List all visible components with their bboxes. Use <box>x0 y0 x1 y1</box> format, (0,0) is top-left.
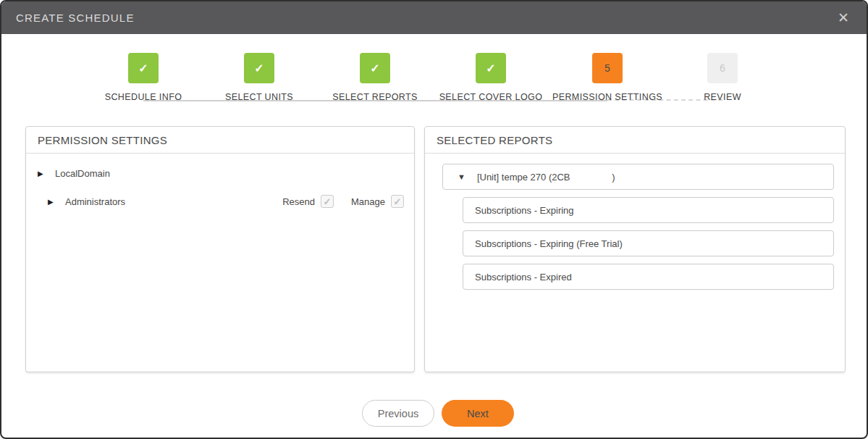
step-2-select-units-box[interactable]: ✓ <box>244 53 274 83</box>
close-icon[interactable]: ✕ <box>830 1 856 34</box>
check-icon: ✓ <box>138 62 148 75</box>
manage-label: Manage <box>351 196 385 207</box>
step-4-select-cover-logo-box[interactable]: ✓ <box>476 53 506 83</box>
tree-row-localdomain[interactable]: ▶ LocalDomain <box>26 165 414 181</box>
expand-arrow-icon[interactable]: ▶ <box>38 170 46 177</box>
modal-title: CREATE SCHEDULE <box>1 12 135 24</box>
report-item: Subscriptions - Expiring (Free Trial) <box>463 230 834 256</box>
report-item-label: Subscriptions - Expiring (Free Trial) <box>475 238 623 249</box>
unit-label: [Unit] tempe 270 (2CB ) <box>477 172 615 183</box>
permission-settings-panel: PERMISSION SETTINGS ▶ LocalDomain ▶ Admi… <box>25 126 415 372</box>
step-number: 6 <box>720 62 725 74</box>
tree-item-label: Administrators <box>65 196 125 207</box>
selected-reports-panel: SELECTED REPORTS ▼ [Unit] tempe 270 (2CB… <box>424 126 846 372</box>
report-item-label: Subscriptions - Expired <box>475 272 572 283</box>
permission-settings-panel-title: PERMISSION SETTINGS <box>26 127 414 154</box>
step-6-label: REVIEW <box>650 92 795 102</box>
manage-checkbox[interactable]: ✓ <box>391 195 404 208</box>
resend-checkbox[interactable]: ✓ <box>321 195 334 208</box>
step-1-schedule-info-box[interactable]: ✓ <box>128 53 159 83</box>
selected-reports-panel-title: SELECTED REPORTS <box>425 127 845 154</box>
collapse-arrow-icon[interactable]: ▼ <box>458 172 465 181</box>
previous-button[interactable]: Previous <box>362 400 434 427</box>
check-icon: ✓ <box>254 62 264 75</box>
step-3-select-reports-box[interactable]: ✓ <box>360 53 390 83</box>
check-icon: ✓ <box>486 62 495 75</box>
check-icon: ✓ <box>370 62 379 75</box>
step-5-permission-settings-box[interactable]: 5 <box>592 53 623 83</box>
step-6-review-box[interactable]: 6 <box>707 53 738 83</box>
report-item-label: Subscriptions - Expiring <box>475 205 574 216</box>
wizard-stepper: ✓ ✓ ✓ ✓ 5 6 SCHEDULE INFO SELECT UNITS S… <box>1 34 867 117</box>
expand-arrow-icon[interactable]: ▶ <box>48 198 56 206</box>
create-schedule-modal: CREATE SCHEDULE ✕ ✓ ✓ ✓ ✓ 5 6 SCHEDULE I… <box>0 0 868 439</box>
permission-controls: Resend ✓ Manage ✓ <box>282 195 404 208</box>
step-number: 5 <box>604 62 610 74</box>
resend-label: Resend <box>282 196 315 207</box>
tree-item-label: LocalDomain <box>55 168 110 179</box>
permission-tree: ▶ LocalDomain ▶ Administrators Resend ✓ … <box>26 154 414 209</box>
report-item: Subscriptions - Expired <box>463 264 834 290</box>
modal-titlebar: CREATE SCHEDULE ✕ <box>1 1 867 34</box>
report-item: Subscriptions - Expiring <box>463 197 834 223</box>
tree-row-administrators[interactable]: ▶ Administrators Resend ✓ Manage ✓ <box>26 193 414 209</box>
next-button[interactable]: Next <box>442 400 514 427</box>
unit-row[interactable]: ▼ [Unit] tempe 270 (2CB ) <box>442 164 834 190</box>
